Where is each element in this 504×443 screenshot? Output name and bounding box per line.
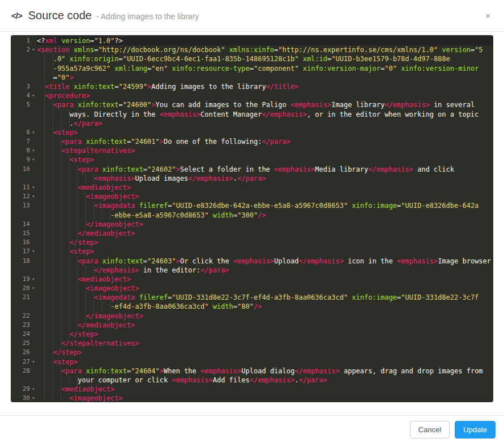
code-line[interactable]: 19▾ <mediaobject>: [11, 275, 493, 284]
code-line[interactable]: 21 <imagedata fileref="UUID-331d8e22-3c7…: [11, 293, 493, 302]
fold-toggle-icon[interactable]: ▾: [30, 91, 37, 100]
code-line[interactable]: 16 </step>: [11, 238, 493, 247]
line-number: 20: [11, 284, 30, 293]
code-line[interactable]: 17▾ <step>: [11, 247, 493, 256]
code-line[interactable]: 9▾ <step>: [11, 155, 493, 164]
code-line[interactable]: 1<?xml version="1.0"?>: [11, 36, 493, 45]
close-icon[interactable]: ×: [483, 9, 493, 22]
indent-guides: [37, 293, 94, 302]
code-line[interactable]: -ef4d-a3fb-8aa0636ca3cd" width="80"/>: [11, 302, 493, 311]
indent-guides: [37, 321, 78, 330]
line-number: 21: [11, 293, 30, 302]
fold-toggle-icon[interactable]: ▾: [30, 128, 37, 137]
line-number: 19: [11, 275, 30, 284]
line-number: [11, 211, 30, 220]
code-line[interactable]: .0" xinfo:origin="UUID-6ecc9bc4-6ec1-faa…: [11, 54, 493, 63]
cancel-button[interactable]: Cancel: [410, 421, 450, 438]
code-line[interactable]: .</para>: [11, 119, 493, 128]
fold-gutter: [30, 100, 37, 109]
code-line[interactable]: ways. Directly in the <emphasis>Content …: [11, 110, 493, 119]
fold-gutter: [30, 211, 37, 220]
fold-toggle-icon[interactable]: ▾: [30, 45, 37, 54]
fold-gutter: [30, 229, 37, 238]
line-number: [11, 266, 30, 275]
line-number: 17: [11, 247, 30, 256]
line-number: 14: [11, 220, 30, 229]
code-line[interactable]: 15 </mediaobject>: [11, 229, 493, 238]
indent-guides: [37, 339, 61, 348]
code-line[interactable]: 5 <para xinfo:text="24600">You can add i…: [11, 100, 493, 109]
fold-toggle-icon[interactable]: ▾: [30, 275, 37, 284]
source-code-editor[interactable]: 1<?xml version="1.0"?>2▾<section xmlns="…: [11, 35, 493, 402]
fold-toggle-icon[interactable]: ▾: [30, 284, 37, 293]
fold-gutter: [30, 54, 37, 63]
fold-toggle-icon[interactable]: ▾: [30, 357, 37, 367]
indent-guides: [37, 266, 94, 275]
code-line[interactable]: 3 <title xinfo:text="24599">Adding image…: [11, 82, 493, 91]
fold-toggle-icon[interactable]: ▾: [30, 155, 37, 164]
fold-gutter: [30, 119, 37, 128]
line-number: [11, 119, 30, 128]
fold-toggle-icon[interactable]: ▾: [30, 394, 37, 402]
line-number: 30: [11, 394, 30, 402]
code-line[interactable]: 28 <para xinfo:text="24604">When the <em…: [11, 367, 493, 376]
indent-guides: [37, 64, 53, 73]
fold-toggle-icon[interactable]: ▾: [30, 183, 37, 192]
indent-guides: [37, 119, 70, 128]
code-line[interactable]: </emphasis> in the editor:</para>: [11, 266, 493, 275]
line-number: 10: [11, 165, 30, 174]
code-line[interactable]: 11▾ <mediaobject>: [11, 183, 493, 192]
fold-gutter: [30, 110, 37, 119]
indent-guides: [37, 73, 53, 82]
fold-gutter: [30, 348, 37, 357]
code-line[interactable]: 22 </imageobject>: [11, 312, 493, 321]
indent-guides: [37, 312, 86, 321]
code-line[interactable]: 26 </step>: [11, 348, 493, 357]
code-line[interactable]: -ebbe-e5a8-a5967c0d8653" width="300"/>: [11, 211, 493, 220]
code-line[interactable]: 6▾ <step>: [11, 128, 493, 137]
code-line[interactable]: 29▾ <mediaobject>: [11, 385, 493, 394]
code-line[interactable]: 23 </mediaobject>: [11, 321, 493, 330]
line-number: 26: [11, 348, 30, 357]
fold-gutter: [30, 321, 37, 330]
fold-toggle-icon[interactable]: ▾: [30, 192, 37, 201]
indent-guides: [37, 100, 53, 109]
line-number: [11, 174, 30, 183]
line-number: 5: [11, 100, 30, 109]
code-line[interactable]: 14 </imageobject>: [11, 220, 493, 229]
code-line[interactable]: 4▾ <procedure>: [11, 91, 493, 100]
code-icon: </>: [11, 11, 22, 20]
fold-toggle-icon[interactable]: ▾: [30, 385, 37, 394]
fold-gutter: [30, 64, 37, 73]
indent-guides: [37, 330, 70, 339]
code-line[interactable]: 7 <para xinfo:text="24601">Do one of the…: [11, 137, 493, 146]
fold-gutter: [30, 201, 37, 210]
fold-gutter: [30, 376, 37, 385]
code-line[interactable]: 20▾ <imageobject>: [11, 284, 493, 293]
code-line[interactable]: ="0">: [11, 73, 493, 82]
code-line[interactable]: 25 </stepalternatives>: [11, 339, 493, 348]
line-number: 12: [11, 192, 30, 201]
code-line[interactable]: -955a57a9c962" xml:lang="en" xinfo:resou…: [11, 64, 493, 73]
fold-gutter: [30, 220, 37, 229]
code-line[interactable]: <emphasis>Upload images</emphasis>.</par…: [11, 174, 493, 183]
modal-footer: Cancel Update: [0, 415, 504, 443]
code-line[interactable]: 13 <imagedata fileref="UUID-e8326dbe-642…: [11, 201, 493, 210]
fold-gutter: [30, 137, 37, 146]
code-line[interactable]: 30▾ <imageobject>: [11, 394, 493, 402]
code-line[interactable]: 10 <para xinfo:text="24602">Select a fol…: [11, 165, 493, 174]
code-line[interactable]: 2▾<section xmlns="http://docbook.org/ns/…: [11, 45, 493, 54]
code-line[interactable]: 8▾ <stepalternatives>: [11, 146, 493, 155]
code-line[interactable]: 27▾ <step>: [11, 357, 493, 367]
code-line[interactable]: 12▾ <imageobject>: [11, 192, 493, 201]
update-button[interactable]: Update: [455, 421, 496, 438]
line-number: [11, 302, 30, 311]
fold-gutter: [30, 238, 37, 247]
line-number: 16: [11, 238, 30, 247]
code-line[interactable]: 24 </step>: [11, 330, 493, 339]
indent-guides: [37, 348, 53, 357]
fold-toggle-icon[interactable]: ▾: [30, 146, 37, 155]
code-line[interactable]: 18 <para xinfo:text="24603">Or click the…: [11, 257, 493, 266]
fold-toggle-icon[interactable]: ▾: [30, 247, 37, 256]
code-line[interactable]: your computer or click <emphasis>Add fil…: [11, 376, 493, 385]
